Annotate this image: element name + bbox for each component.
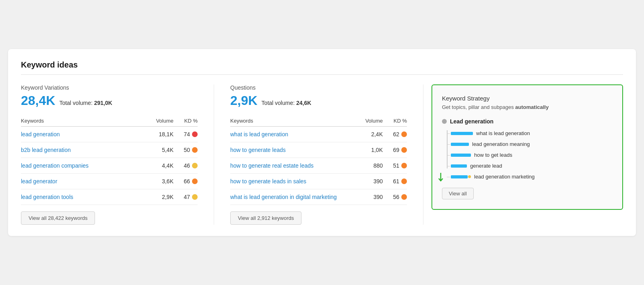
bar-container: [451, 143, 469, 146]
subtopic-label: generate lead: [470, 163, 502, 169]
questions-view-all-button[interactable]: View all 2,912 keywords: [230, 211, 301, 225]
keyword-link[interactable]: how to generate leads in sales: [230, 178, 306, 185]
keyword-link[interactable]: lead generation: [21, 131, 60, 137]
variations-table-body: lead generation 18,1K 74 b2b lead genera…: [21, 127, 198, 205]
questions-table-body: what is lead generation 2,4K 62 how to g…: [230, 127, 407, 205]
keyword-link[interactable]: b2b lead generation: [21, 147, 71, 153]
variations-col-volume: Volume: [145, 118, 173, 124]
volume-cell: 2,9K: [145, 194, 173, 200]
bar-container: [451, 132, 473, 135]
kd-dot-icon: [401, 147, 407, 153]
volume-cell: 4,4K: [145, 162, 173, 169]
subtopic-row: how to get leads: [451, 152, 613, 158]
kd-cell: 74: [173, 131, 198, 137]
kd-dot-icon: [401, 163, 407, 168]
strategy-view-all-button[interactable]: View all: [442, 188, 474, 199]
table-row: how to generate leads 1,0K 69: [230, 142, 407, 158]
kd-cell: 46: [173, 162, 198, 169]
variations-total: Total volume: 291,0K: [59, 100, 112, 106]
keyword-link[interactable]: lead generator: [21, 178, 57, 185]
keyword-link[interactable]: how to generate real estate leads: [230, 162, 314, 169]
variations-col-keywords: Keywords: [21, 118, 145, 124]
strategy-column: Keyword Strategy Get topics, pillar and …: [431, 84, 623, 210]
kd-cell: 47: [173, 194, 198, 200]
kd-dot-icon: [401, 131, 407, 137]
questions-label: Questions: [230, 84, 407, 91]
kd-cell: 51: [383, 162, 407, 169]
volume-cell: 18,1K: [145, 131, 173, 137]
keyword-bar: [451, 143, 469, 146]
kd-dot-icon: [192, 163, 198, 168]
subtopic-row: what is lead generation: [451, 130, 613, 136]
keyword-bar: [451, 132, 473, 135]
subtopic-row: lead generation meaning: [451, 141, 613, 147]
questions-column: Questions 2,9K Total volume: 24,6K Keywo…: [214, 84, 423, 225]
volume-cell: 390: [355, 178, 383, 185]
page-title: Keyword ideas: [21, 60, 623, 75]
questions-col-volume: Volume: [355, 118, 383, 124]
questions-col-kd: KD %: [383, 118, 407, 124]
keyword-bar: [451, 164, 467, 168]
kd-dot-icon: [401, 194, 407, 200]
kd-cell: 61: [383, 178, 407, 185]
kd-dot-icon: [192, 178, 198, 184]
table-row: lead generation tools 2,9K 47: [21, 189, 198, 205]
subtopic-row: lead generation marketing: [451, 174, 613, 180]
bar-dot-icon: [468, 175, 471, 178]
volume-cell: 3,6K: [145, 178, 173, 185]
keyword-cell: how to generate leads in sales: [230, 178, 355, 185]
subtopic-label: lead generation meaning: [472, 141, 530, 147]
topic-dot-icon: [442, 119, 447, 124]
keyword-cell: lead generator: [21, 178, 145, 185]
kd-cell: 69: [383, 147, 407, 153]
table-row: lead generator 3,6K 66: [21, 174, 198, 189]
strategy-topic-label: Lead generation: [450, 118, 493, 125]
green-arrow-icon: [436, 172, 445, 184]
keyword-cell: what is lead generation: [230, 131, 355, 138]
columns-container: Keyword Variations 28,4K Total volume: 2…: [21, 84, 623, 225]
kd-dot-icon: [401, 178, 407, 184]
kd-dot-icon: [192, 194, 198, 200]
volume-cell: 390: [355, 194, 383, 200]
keyword-link[interactable]: how to generate leads: [230, 147, 286, 153]
table-row: lead generation 18,1K 74: [21, 127, 198, 142]
bar-container: [451, 154, 471, 157]
table-row: how to generate leads in sales 390 61: [230, 174, 407, 189]
keyword-link[interactable]: lead generation companies: [21, 162, 89, 169]
keyword-cell: how to generate real estate leads: [230, 162, 355, 169]
volume-cell: 880: [355, 162, 383, 169]
strategy-topic-row: Lead generation: [442, 118, 613, 125]
variations-view-all-button[interactable]: View all 28,422 keywords: [21, 211, 95, 225]
variations-col-kd: KD %: [173, 118, 198, 124]
table-row: lead generation companies 4,4K 46: [21, 158, 198, 174]
subtopic-label: what is lead generation: [476, 130, 530, 136]
keyword-cell: lead generation: [21, 131, 145, 138]
subtopic-label: how to get leads: [474, 152, 512, 158]
subtopic-row: generate lead: [451, 163, 613, 169]
strategy-title: Keyword Strategy: [442, 95, 613, 102]
volume-cell: 2,4K: [355, 131, 383, 137]
table-row: what is lead generation 2,4K 62: [230, 127, 407, 142]
keyword-link[interactable]: what is lead generation in digital marke…: [230, 194, 337, 200]
keyword-cell: lead generation companies: [21, 162, 145, 169]
kd-cell: 56: [383, 194, 407, 200]
kd-cell: 66: [173, 178, 198, 185]
questions-col-keywords: Keywords: [230, 118, 355, 124]
questions-table-header: Keywords Volume KD %: [230, 118, 407, 127]
keyword-cell: b2b lead generation: [21, 146, 145, 154]
table-row: b2b lead generation 5,4K 50: [21, 142, 198, 158]
kd-cell: 62: [383, 131, 407, 137]
keyword-link[interactable]: what is lead generation: [230, 131, 288, 137]
bar-container: [451, 175, 471, 178]
kd-dot-icon: [192, 147, 198, 153]
keyword-cell: lead generation tools: [21, 193, 145, 201]
keyword-cell: what is lead generation in digital marke…: [230, 193, 355, 201]
variations-count: 28,4K: [21, 93, 55, 108]
table-row: what is lead generation in digital marke…: [230, 189, 407, 205]
main-card: Keyword ideas Keyword Variations 28,4K T…: [8, 49, 636, 236]
volume-cell: 5,4K: [145, 147, 173, 153]
kd-cell: 50: [173, 147, 198, 153]
keyword-cell: how to generate leads: [230, 146, 355, 154]
questions-total: Total volume: 24,6K: [262, 100, 312, 106]
keyword-link[interactable]: lead generation tools: [21, 194, 73, 200]
